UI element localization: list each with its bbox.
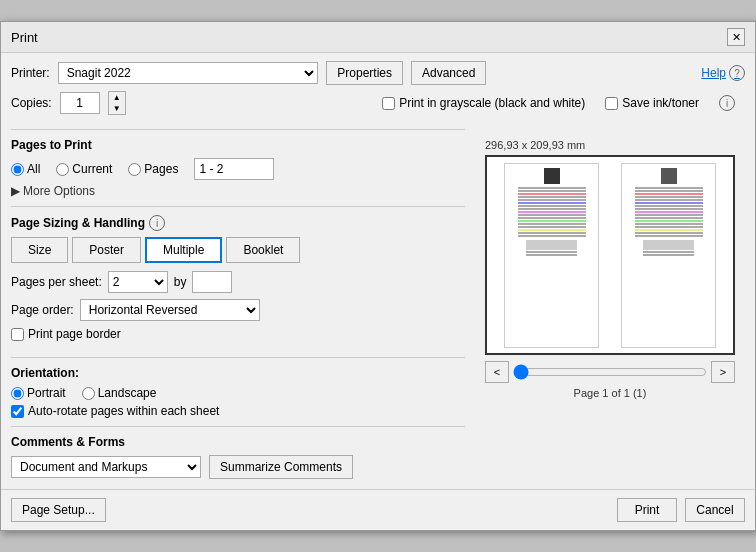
printer-row: Printer: Snagit 2022 Properties Advanced… <box>11 61 745 85</box>
pages-section-title: Pages to Print <box>11 138 465 152</box>
poster-mode-button[interactable]: Poster <box>72 237 141 263</box>
prev-page-button[interactable]: < <box>485 361 509 383</box>
preview-dimensions: 296,93 x 209,93 mm <box>485 139 735 151</box>
header-area: Printer: Snagit 2022 Properties Advanced… <box>1 53 755 115</box>
border-label: Print page border <box>28 327 121 341</box>
page-setup-button[interactable]: Page Setup... <box>11 498 106 522</box>
pages-label: Pages <box>144 162 178 176</box>
grayscale-label: Print in grayscale (black and white) <box>399 96 585 110</box>
advanced-button[interactable]: Advanced <box>411 61 486 85</box>
sizing-info-icon[interactable]: i <box>149 215 165 231</box>
dialog-title: Print <box>11 30 38 45</box>
copies-spinner: ▲ ▼ <box>108 91 126 115</box>
copies-up-button[interactable]: ▲ <box>109 92 125 103</box>
landscape-radio[interactable] <box>82 387 95 400</box>
page-slider[interactable] <box>513 364 707 380</box>
pps-label: Pages per sheet: <box>11 275 102 289</box>
copies-input[interactable] <box>60 92 100 114</box>
preview-page-1 <box>504 163 599 348</box>
help-icon: ? <box>729 65 745 81</box>
page-nav: < > <box>485 361 735 383</box>
comments-forms-section: Comments & Forms Document and Markups Do… <box>11 426 465 479</box>
print-button[interactable]: Print <box>617 498 677 522</box>
landscape-radio-item: Landscape <box>82 386 157 400</box>
printer-select[interactable]: Snagit 2022 <box>58 62 319 84</box>
grayscale-checkbox[interactable] <box>382 97 395 110</box>
preview-box <box>485 155 735 355</box>
current-radio-item: Current <box>56 162 112 176</box>
border-row: Print page border <box>11 327 465 341</box>
print-dialog: Print ✕ Printer: Snagit 2022 Properties … <box>0 21 756 531</box>
footer-right: Print Cancel <box>617 498 745 522</box>
pages-to-print-section: Pages to Print All Current Pages <box>11 129 465 198</box>
by-label: by <box>174 275 187 289</box>
comments-forms-row: Document and Markups Document Only Docum… <box>11 455 465 479</box>
portrait-radio[interactable] <box>11 387 24 400</box>
save-ink-checkbox-item: Save ink/toner <box>605 95 699 111</box>
copies-down-button[interactable]: ▼ <box>109 103 125 114</box>
cancel-button[interactable]: Cancel <box>685 498 745 522</box>
page-info: Page 1 of 1 (1) <box>485 387 735 399</box>
more-options-arrow: ▶ <box>11 184 20 198</box>
more-options-label: More Options <box>23 184 95 198</box>
pages-per-sheet-row: Pages per sheet: 2 4 6 9 16 by <box>11 271 465 293</box>
orientation-radio-row: Portrait Landscape <box>11 386 465 400</box>
summarize-comments-button[interactable]: Summarize Comments <box>209 455 353 479</box>
next-page-button[interactable]: > <box>711 361 735 383</box>
save-ink-label: Save ink/toner <box>622 96 699 110</box>
pages-radio[interactable] <box>128 163 141 176</box>
all-radio[interactable] <box>11 163 24 176</box>
preview-area: 296,93 x 209,93 mm <box>485 139 735 399</box>
portrait-radio-item: Portrait <box>11 386 66 400</box>
right-panel: 296,93 x 209,93 mm <box>475 129 745 479</box>
all-radio-item: All <box>11 162 40 176</box>
landscape-label: Landscape <box>98 386 157 400</box>
printer-label: Printer: <box>11 66 50 80</box>
dialog-body: Pages to Print All Current Pages <box>1 119 755 489</box>
close-button[interactable]: ✕ <box>727 28 745 46</box>
pps-by-input[interactable] <box>192 271 232 293</box>
current-radio[interactable] <box>56 163 69 176</box>
nav-slider <box>513 361 707 383</box>
autorotate-checkbox[interactable] <box>11 405 24 418</box>
multiple-mode-button[interactable]: Multiple <box>145 237 222 263</box>
grayscale-checkbox-item: Print in grayscale (black and white) <box>382 95 585 111</box>
print-border-checkbox[interactable] <box>11 328 24 341</box>
dialog-footer: Page Setup... Print Cancel <box>1 489 755 530</box>
pages-radio-row: All Current Pages <box>11 158 465 180</box>
preview-page-2 <box>621 163 716 348</box>
booklet-mode-button[interactable]: Booklet <box>226 237 300 263</box>
current-label: Current <box>72 162 112 176</box>
more-options[interactable]: ▶ More Options <box>11 184 465 198</box>
page-sizing-section: Page Sizing & Handling i Size Poster Mul… <box>11 206 465 349</box>
sizing-title: Page Sizing & Handling <box>11 216 145 230</box>
size-mode-button[interactable]: Size <box>11 237 68 263</box>
orientation-title: Orientation: <box>11 366 465 380</box>
comments-select[interactable]: Document and Markups Document Only Docum… <box>11 456 201 478</box>
help-label: Help <box>701 66 726 80</box>
copies-row: Copies: ▲ ▼ Print in grayscale (black an… <box>11 91 745 115</box>
comments-section-title: Comments & Forms <box>11 435 465 449</box>
autorotate-label: Auto-rotate pages within each sheet <box>28 404 219 418</box>
save-ink-checkbox[interactable] <box>605 97 618 110</box>
all-label: All <box>27 162 40 176</box>
title-bar: Print ✕ <box>1 22 755 53</box>
save-ink-info-icon[interactable]: i <box>719 95 735 111</box>
pages-radio-item: Pages <box>128 162 178 176</box>
portrait-label: Portrait <box>27 386 66 400</box>
copies-label: Copies: <box>11 96 52 110</box>
pages-range-input[interactable] <box>194 158 274 180</box>
properties-button[interactable]: Properties <box>326 61 403 85</box>
mode-buttons: Size Poster Multiple Booklet <box>11 237 465 263</box>
order-select[interactable]: Horizontal Reversed Horizontal Vertical … <box>80 299 260 321</box>
pps-select[interactable]: 2 4 6 9 16 <box>108 271 168 293</box>
help-link[interactable]: Help ? <box>701 65 745 81</box>
order-row: Page order: Horizontal Reversed Horizont… <box>11 299 465 321</box>
orientation-section: Orientation: Portrait Landscape Auto-rot… <box>11 357 465 418</box>
left-panel: Pages to Print All Current Pages <box>11 129 465 479</box>
order-label: Page order: <box>11 303 74 317</box>
sizing-title-row: Page Sizing & Handling i <box>11 215 465 231</box>
autorotate-row: Auto-rotate pages within each sheet <box>11 404 465 418</box>
